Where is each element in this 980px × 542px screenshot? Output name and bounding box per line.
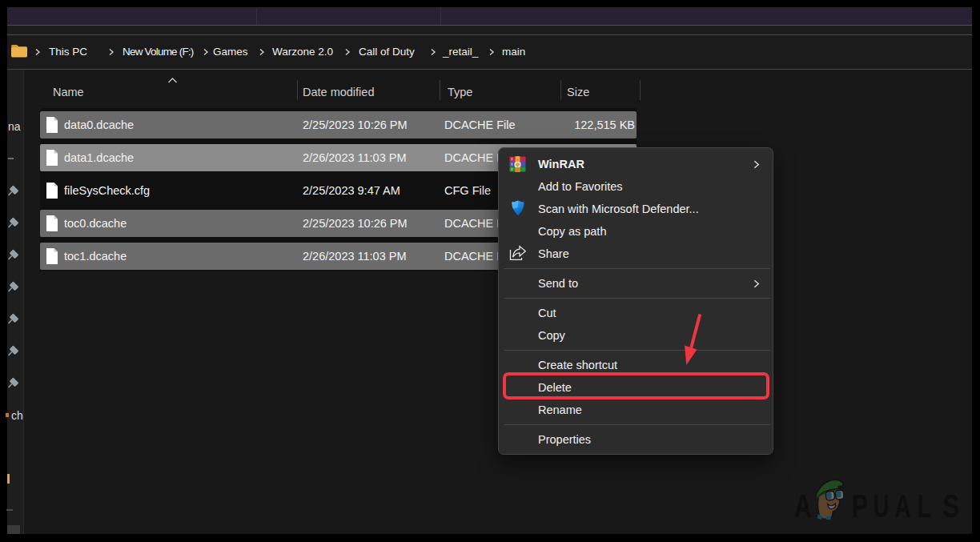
svg-text:U: U bbox=[874, 488, 890, 524]
svg-text:L: L bbox=[917, 488, 931, 524]
svg-text:A: A bbox=[895, 488, 911, 524]
svg-text:S: S bbox=[942, 488, 959, 524]
svg-text:A: A bbox=[794, 488, 812, 524]
svg-text:P: P bbox=[852, 488, 868, 524]
